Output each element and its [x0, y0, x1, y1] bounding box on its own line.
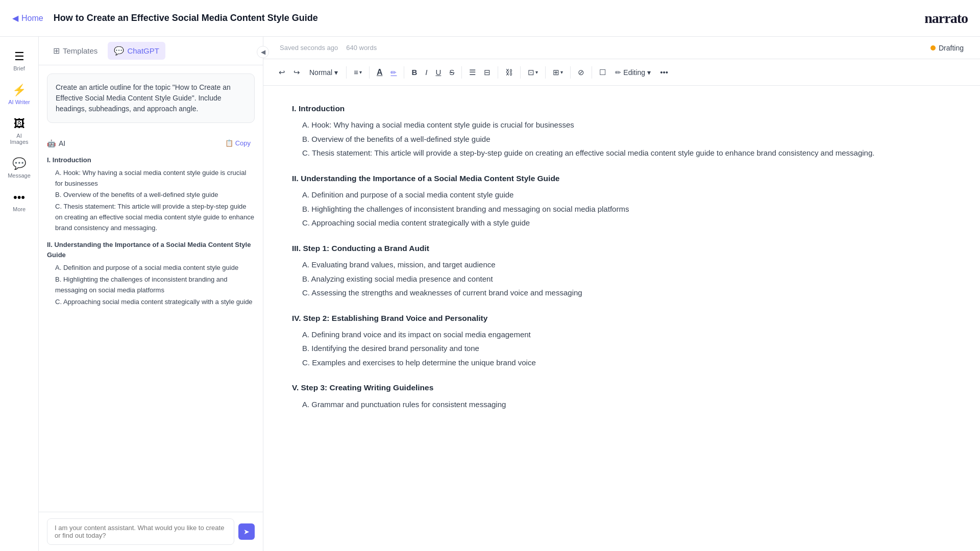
ai-response-header: 🤖 AI 📋 Copy	[47, 131, 255, 155]
table-button[interactable]: ⊞ ▾	[550, 65, 566, 80]
toolbar-separator-1	[346, 66, 347, 79]
pencil-icon: ✏	[615, 68, 621, 77]
doc-heading-5: V. Step 3: Creating Writing Guidelines	[292, 381, 951, 394]
toolbar-separator-5	[498, 66, 498, 79]
ai-robot-icon: 🤖	[47, 139, 56, 147]
doc-item: A. Hook: Why having a social media conte…	[292, 118, 951, 132]
home-link[interactable]: ◀ Home	[12, 13, 43, 23]
style-select[interactable]: Normal ▾	[305, 65, 342, 80]
chatgpt-icon: 💬	[114, 46, 124, 56]
home-label: Home	[21, 14, 43, 23]
numbered-list-button[interactable]: ⊟	[481, 65, 494, 80]
doc-heading-1: I. Introduction	[292, 102, 951, 115]
doc-item: B. Highlighting the challenges of incons…	[292, 203, 951, 216]
strikethrough-button[interactable]: S	[446, 65, 457, 80]
text-color-button[interactable]: A	[374, 65, 386, 80]
ai-item: A. Definition and purpose of a social me…	[47, 263, 255, 273]
editor-meta: Saved seconds ago 640 words Drafting	[263, 37, 980, 59]
highlight-button[interactable]: ✏	[387, 65, 400, 80]
sidebar-item-ai-writer[interactable]: ⚡ AI Writer	[3, 79, 36, 110]
ai-section-1-heading: I. Introduction	[47, 155, 255, 166]
copy-button[interactable]: 📋 Copy	[221, 137, 255, 149]
tab-templates-label: Templates	[63, 46, 97, 55]
main-layout: ☰ Brief ⚡ AI Writer 🖼 AI Images 💬 Messag…	[0, 37, 980, 551]
copy-label: Copy	[235, 139, 251, 147]
doc-item: A. Definition and purpose of a social me…	[292, 188, 951, 202]
drafting-badge: Drafting	[930, 44, 964, 52]
chat-input[interactable]	[47, 518, 234, 545]
italic-button[interactable]: I	[422, 65, 430, 80]
comment-button[interactable]: ☐	[596, 65, 609, 80]
underline-icon: U	[435, 68, 441, 77]
undo-button[interactable]: ↩	[276, 65, 288, 80]
editor-content[interactable]: I. Introduction A. Hook: Why having a so…	[263, 86, 980, 551]
doc-item: A. Grammar and punctuation rules for con…	[292, 398, 951, 411]
highlight-icon: ✏	[390, 68, 397, 77]
remove-format-icon: ⊘	[578, 68, 584, 77]
ai-content: I. Introduction A. Hook: Why having a so…	[47, 155, 255, 307]
italic-icon: I	[425, 68, 427, 77]
bullet-list-icon: ☰	[469, 68, 476, 77]
bold-button[interactable]: B	[408, 65, 420, 80]
doc-heading-2: II. Understanding the Importance of a So…	[292, 172, 951, 185]
doc-item: A. Evaluating brand values, mission, and…	[292, 258, 951, 271]
toolbar-separator-9	[592, 66, 592, 79]
doc-item: C. Examples and exercises to help determ…	[292, 356, 951, 369]
ai-section-2-heading: II. Understanding the Importance of a So…	[47, 240, 255, 261]
drafting-dot	[930, 45, 936, 51]
redo-icon: ↪	[293, 68, 300, 77]
doc-item: C. Assessing the strengths and weaknesse…	[292, 286, 951, 299]
top-header: ◀ Home How to Create an Effective Social…	[0, 0, 980, 37]
sidebar-item-brief[interactable]: ☰ Brief	[3, 45, 36, 77]
tab-templates[interactable]: ⊞ Templates	[47, 42, 104, 60]
message-icon: 💬	[12, 157, 26, 170]
more-options-icon: •••	[660, 68, 668, 77]
redo-button[interactable]: ↪	[290, 65, 303, 80]
ai-label-text: AI	[59, 139, 65, 147]
bold-icon: B	[411, 68, 417, 77]
templates-icon: ⊞	[53, 46, 60, 56]
link-button[interactable]: ⛓	[502, 65, 516, 80]
toolbar: ↩ ↪ Normal ▾ ≡ ▾ A ✏ B	[263, 59, 980, 86]
tab-chatgpt[interactable]: 💬 ChatGPT	[108, 42, 165, 60]
chatgpt-prompt-box: Create an article outline for the topic …	[47, 73, 255, 123]
ai-item: A. Hook: Why having a social media conte…	[47, 168, 255, 189]
bullet-list-button[interactable]: ☰	[466, 65, 479, 80]
align-button[interactable]: ≡ ▾	[351, 65, 365, 80]
icon-sidebar: ☰ Brief ⚡ AI Writer 🖼 AI Images 💬 Messag…	[0, 37, 39, 551]
send-button[interactable]: ➤	[238, 523, 255, 540]
image-icon: ⊡	[528, 68, 534, 77]
doc-item: B. Overview of the benefits of a well-de…	[292, 133, 951, 146]
brief-icon: ☰	[14, 50, 24, 63]
ai-label: 🤖 AI	[47, 139, 65, 147]
editing-select[interactable]: ✏ Editing ▾	[611, 65, 655, 80]
table-icon: ⊞	[553, 68, 559, 77]
ai-item: C. Approaching social media content stra…	[47, 297, 255, 308]
ai-item: C. Thesis statement: This article will p…	[47, 202, 255, 233]
chevron-down-icon: ▾	[334, 68, 338, 77]
sidebar-item-message[interactable]: 💬 Message	[3, 152, 36, 184]
sidebar-item-more[interactable]: ••• More	[3, 186, 36, 217]
copy-icon: 📋	[225, 139, 233, 147]
underline-button[interactable]: U	[432, 65, 444, 80]
word-count: 640 words	[346, 44, 377, 52]
doc-item: C. Approaching social media content stra…	[292, 216, 951, 230]
drafting-label: Drafting	[939, 44, 964, 52]
ai-item: B. Overview of the benefits of a well-de…	[47, 190, 255, 201]
chat-input-area: ➤	[39, 512, 263, 551]
saved-status: Saved seconds ago	[280, 44, 338, 52]
doc-heading-3: III. Step 1: Conducting a Brand Audit	[292, 242, 951, 255]
more-options-button[interactable]: •••	[657, 65, 671, 80]
editing-chevron-icon: ▾	[647, 68, 651, 77]
toolbar-separator-7	[545, 66, 546, 79]
sidebar-label-more: More	[13, 206, 26, 212]
sidebar-item-ai-images[interactable]: 🖼 AI Images	[3, 112, 36, 150]
toolbar-separator-2	[369, 66, 370, 79]
remove-format-button[interactable]: ⊘	[575, 65, 587, 80]
collapse-panel-button[interactable]: ◀	[257, 46, 269, 58]
sidebar-label-message: Message	[8, 172, 31, 179]
editing-label: Editing	[623, 68, 645, 77]
doc-item: B. Analyzing existing social media prese…	[292, 272, 951, 286]
page-title: How to Create an Effective Social Media …	[54, 13, 318, 23]
image-button[interactable]: ⊡ ▾	[525, 65, 541, 80]
